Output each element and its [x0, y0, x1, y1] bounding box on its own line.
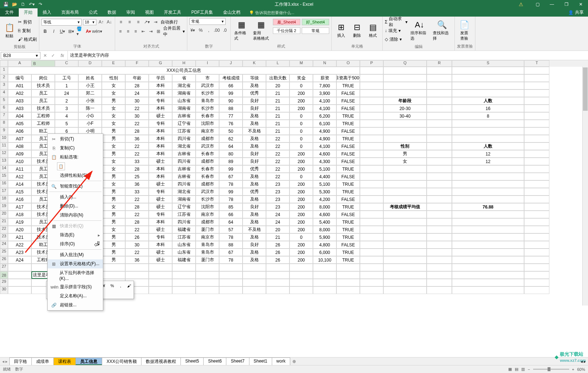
cell[interactable]: 男 — [102, 127, 125, 135]
cell[interactable] — [452, 74, 524, 82]
cell[interactable]: 成都市 — [196, 180, 219, 188]
cell[interactable] — [524, 188, 549, 196]
row-header[interactable]: 19 — [0, 203, 8, 211]
cell[interactable] — [427, 165, 452, 173]
cell[interactable] — [313, 279, 336, 286]
find-button[interactable]: 🔍查找和选择 — [431, 18, 452, 43]
sheet-tab-1[interactable]: 成绩单 — [31, 357, 54, 365]
cell[interactable]: 青岛市 — [196, 249, 219, 256]
cell[interactable]: 小F — [78, 120, 102, 127]
cell[interactable] — [452, 211, 524, 218]
cell[interactable]: FALSE — [336, 150, 360, 158]
cell[interactable]: 技术员 — [31, 105, 55, 112]
cell[interactable]: 不及格 — [243, 226, 266, 233]
cell[interactable] — [243, 279, 266, 286]
ctx-cut[interactable]: ✂剪切(T) — [48, 135, 103, 144]
cell[interactable] — [452, 241, 524, 249]
cell[interactable]: 62 — [219, 135, 243, 142]
cell[interactable]: 21 — [266, 97, 289, 105]
cell[interactable]: 硕士 — [149, 112, 172, 120]
cell[interactable]: 22 — [125, 150, 149, 158]
col-header-N[interactable]: N — [313, 60, 336, 67]
cell[interactable]: A16 — [8, 196, 31, 203]
cell[interactable]: TRUE — [336, 120, 360, 127]
minimize-icon[interactable]: — — [545, 0, 559, 9]
cell[interactable]: 21 — [266, 112, 289, 120]
cell[interactable]: 3,900 — [313, 89, 336, 97]
row-header[interactable]: 24 — [0, 241, 8, 249]
cell[interactable]: 及格 — [243, 218, 266, 226]
cell[interactable]: 良好 — [243, 158, 266, 165]
row-header[interactable]: 2 — [0, 74, 8, 82]
cell[interactable]: TRUE — [336, 218, 360, 226]
cell[interactable]: 本科 — [149, 142, 172, 150]
cell[interactable]: 23 — [266, 196, 289, 203]
sheet-tab-10[interactable]: work — [272, 357, 290, 365]
cell[interactable]: 姓名 — [78, 74, 102, 82]
ctx-show-pinyin[interactable]: wén显示拼音字段(S) — [48, 282, 103, 291]
cell[interactable] — [524, 142, 549, 150]
font-size-select[interactable]: 18 ▾ — [83, 19, 96, 25]
cell[interactable] — [524, 150, 549, 158]
cell[interactable]: 及格 — [243, 249, 266, 256]
cell[interactable]: 0 — [289, 112, 313, 120]
cell[interactable] — [524, 286, 549, 294]
cell[interactable]: A03 — [8, 97, 31, 105]
ctx-insert[interactable]: 插入(I)... — [48, 193, 103, 202]
cell[interactable]: 男 — [102, 211, 125, 218]
row-header[interactable]: 4 — [0, 89, 8, 97]
cell[interactable] — [452, 127, 524, 135]
sheet-tab-7[interactable]: Sheet6 — [203, 357, 226, 365]
cell[interactable]: A15 — [8, 188, 31, 196]
row-header[interactable]: 26 — [0, 256, 8, 264]
cell[interactable]: 0 — [289, 173, 313, 180]
cell[interactable]: 山东省 — [172, 97, 196, 105]
cell[interactable]: 沈阳市 — [196, 203, 219, 211]
sheet-tab-0[interactable]: 田字格 — [9, 357, 32, 365]
cell[interactable]: FALSE — [336, 196, 360, 203]
cell[interactable]: 考核成绩平均值 — [383, 203, 427, 211]
cell[interactable]: 90 — [219, 97, 243, 105]
style-thousand[interactable]: 千位分隔 2 — [273, 27, 300, 34]
cell[interactable]: 7,800 — [313, 82, 336, 89]
view-normal-icon[interactable]: ▦ — [508, 367, 512, 372]
cell[interactable] — [8, 271, 31, 279]
cell[interactable] — [336, 271, 360, 279]
cell[interactable] — [383, 211, 427, 218]
cell[interactable]: 江苏省 — [172, 211, 196, 218]
cell[interactable]: 辽宁省 — [172, 120, 196, 127]
col-header-G[interactable]: G — [149, 60, 172, 67]
col-header-E[interactable]: E — [102, 60, 125, 67]
cell[interactable]: 21 — [266, 233, 289, 241]
cell[interactable] — [360, 112, 383, 120]
cell[interactable]: 26 — [266, 249, 289, 256]
tab-data[interactable]: 数据 — [103, 8, 121, 17]
indent-dec[interactable]: ⇤ — [140, 28, 146, 35]
cell[interactable]: 22 — [125, 249, 149, 256]
cell[interactable]: 良好 — [243, 203, 266, 211]
cell[interactable]: 省 — [172, 74, 196, 82]
cell[interactable]: 专科 — [149, 233, 172, 241]
cell[interactable]: 考核成绩 — [219, 74, 243, 82]
formula-input[interactable]: 这里是举例文字内容 — [67, 51, 588, 60]
cell[interactable] — [524, 196, 549, 203]
cell[interactable]: 吉林省 — [172, 165, 196, 173]
cell[interactable] — [219, 279, 243, 286]
cell[interactable]: 0 — [289, 127, 313, 135]
align-top[interactable]: ≡ — [117, 18, 125, 26]
cell[interactable] — [524, 218, 549, 226]
cell[interactable]: 3 — [55, 105, 78, 112]
cell[interactable]: 0 — [289, 233, 313, 241]
zoom-level[interactable]: 60% — [577, 367, 585, 372]
cell[interactable]: TRUE — [336, 188, 360, 196]
cell[interactable] — [427, 271, 452, 279]
cell[interactable]: 湖南省 — [172, 105, 196, 112]
cell[interactable]: 硕士 — [149, 158, 172, 165]
cell[interactable]: 28 — [125, 165, 149, 173]
cell[interactable] — [427, 150, 452, 158]
row-header[interactable]: 5 — [0, 97, 8, 105]
cell[interactable]: 小张 — [78, 97, 102, 105]
cell[interactable]: 本科 — [149, 150, 172, 158]
cell[interactable] — [383, 173, 427, 180]
ctx-smart-lookup[interactable]: 🔍智能查找(L) — [48, 182, 103, 191]
